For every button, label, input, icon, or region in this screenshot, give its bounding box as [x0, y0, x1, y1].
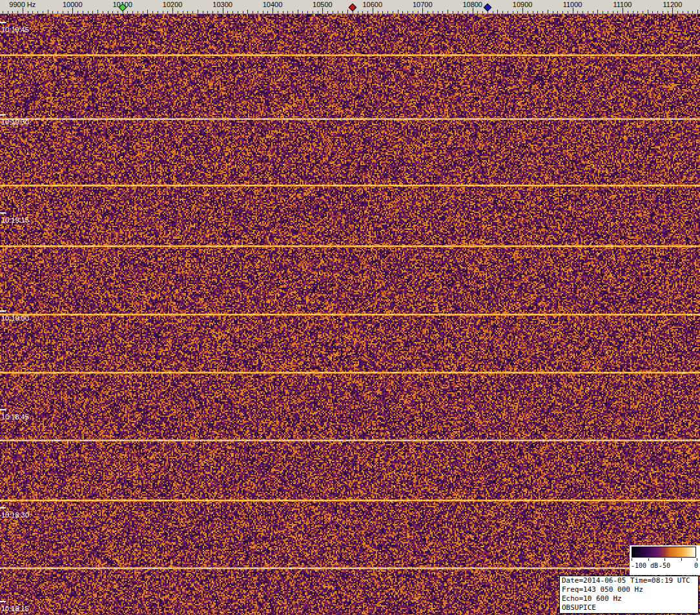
ruler-tick [83, 11, 83, 14]
ruler-tick [23, 8, 23, 14]
ruler-tick [32, 11, 33, 14]
ruler-tick [553, 11, 553, 14]
ruler-tick [672, 8, 673, 14]
blue-marker[interactable] [484, 3, 492, 12]
ruler-tick [218, 11, 218, 14]
ruler-tick [3, 11, 3, 14]
spectrogram-app: 9900 Hz100001010010200103001040010500106… [0, 0, 700, 615]
ruler-tick [652, 11, 653, 14]
ruler-tick [502, 11, 503, 14]
ruler-tick [103, 11, 103, 14]
ruler-tick [628, 11, 628, 14]
colorbar-ticks [632, 558, 697, 561]
ruler-tick [192, 11, 193, 14]
ruler-tick [178, 11, 178, 14]
red-marker[interactable] [349, 3, 357, 12]
ruler-label: 10500 [313, 1, 333, 8]
time-label: 10:19:15 [1, 216, 29, 224]
ruler-tick [313, 11, 313, 14]
waterfall-canvas [0, 14, 700, 615]
ruler-tick [597, 10, 598, 14]
ruler-tick [238, 11, 238, 14]
ruler-tick [677, 11, 678, 14]
ruler-tick [293, 11, 293, 14]
colorbar-tick [681, 558, 682, 561]
colorbar-label-max: 0 [694, 562, 698, 569]
ruler-tick [158, 11, 158, 14]
time-label: 10:19:00 [1, 314, 29, 322]
ruler-tick [333, 11, 333, 14]
ruler-tick [252, 11, 253, 14]
ruler-tick [132, 11, 133, 14]
ruler-tick [568, 11, 568, 14]
ruler-tick [528, 11, 528, 14]
ruler-tick [52, 11, 53, 14]
ruler-tick [112, 11, 113, 14]
ruler-tick [172, 8, 173, 14]
ruler-label: 10700 [413, 1, 433, 8]
ruler-tick [37, 11, 38, 14]
time-label: 10:18:45 [1, 413, 29, 421]
ruler-label: 10300 [212, 1, 232, 8]
ruler-label: 11200 [663, 1, 683, 8]
ruler-tick [378, 11, 378, 14]
ruler-tick [493, 11, 493, 14]
ruler-tick [307, 11, 308, 14]
colorbar-label-min: -100 dB [631, 562, 658, 569]
ruler-tick [382, 11, 383, 14]
ruler-tick [648, 10, 648, 14]
status-info-box: Date=2014-06-05 Time=08:19 UTC Freq=143 … [559, 576, 699, 614]
ruler-tick [613, 11, 613, 14]
ruler-tick [468, 11, 468, 14]
ruler-tick [448, 10, 448, 14]
ruler-tick [477, 11, 478, 14]
ruler-tick [57, 11, 58, 14]
ruler-tick [473, 8, 473, 14]
ruler-tick [517, 11, 518, 14]
ruler-tick [438, 11, 438, 14]
info-frequency: Freq=143 050 000 Hz [562, 585, 696, 594]
ruler-label: 10200 [163, 1, 183, 8]
ruler-tick [203, 11, 203, 14]
colorbar-legend: -100 dB -50 0 [630, 545, 700, 575]
frequency-ruler[interactable]: 9900 Hz100001010010200103001040010500106… [0, 0, 700, 14]
ruler-tick [697, 10, 698, 14]
ruler-tick [663, 11, 663, 14]
ruler-tick [322, 8, 323, 14]
ruler-tick [48, 10, 48, 14]
ruler-tick [692, 11, 693, 14]
time-label: 10:19:30 [1, 118, 29, 126]
ruler-tick [342, 11, 343, 14]
colorbar-tick [648, 558, 649, 561]
ruler-tick [287, 11, 288, 14]
ruler-tick [207, 11, 208, 14]
ruler-tick [398, 10, 398, 14]
info-station: OBSUPICE [562, 603, 696, 612]
ruler-tick [77, 11, 78, 14]
ruler-tick [497, 10, 498, 14]
ruler-tick [302, 11, 303, 14]
ruler-tick [562, 11, 563, 14]
ruler-tick [593, 11, 593, 14]
ruler-tick [413, 11, 413, 14]
ruler-tick [243, 11, 243, 14]
ruler-tick [63, 11, 63, 14]
ruler-tick [338, 11, 338, 14]
ruler-tick [198, 10, 198, 14]
ruler-tick [637, 11, 638, 14]
ruler-tick [223, 8, 223, 14]
ruler-label: 11000 [563, 1, 582, 8]
ruler-tick [212, 11, 213, 14]
ruler-tick [167, 11, 168, 14]
ruler-tick [482, 11, 483, 14]
ruler-tick [537, 11, 538, 14]
ruler-tick [17, 11, 18, 14]
colorbar-tick [664, 558, 665, 561]
ruler-tick [347, 10, 348, 14]
ruler-tick [283, 11, 283, 14]
ruler-tick [402, 11, 403, 14]
ruler-tick [462, 11, 463, 14]
ruler-label: 10400 [263, 1, 283, 8]
ruler-label: 9900 Hz [9, 1, 36, 8]
ruler-tick [273, 8, 273, 14]
